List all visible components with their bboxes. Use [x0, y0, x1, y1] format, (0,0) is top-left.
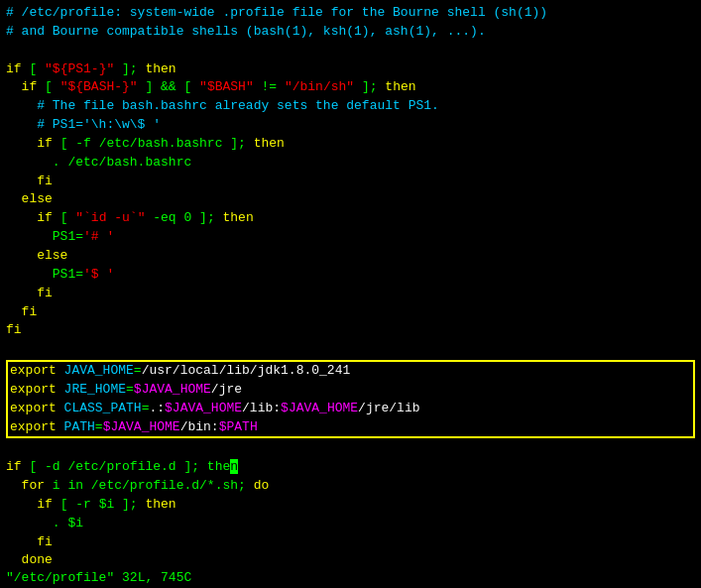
line-2: # and Bourne compatible shells (bash(1),…	[6, 23, 695, 42]
line-17: fi	[6, 303, 695, 322]
line-16: fi	[6, 285, 695, 303]
bottom-dot: . $i	[6, 515, 695, 533]
status-linecount: 32L,	[122, 570, 153, 585]
line-19	[6, 340, 695, 359]
bottom-if: if [ -d /etc/profile.d ]; then	[6, 458, 695, 477]
line-10: fi	[6, 173, 695, 191]
bottom-done: done	[6, 551, 695, 570]
line-11: else	[6, 190, 695, 209]
line-12: if [ "`id -u`" -eq 0 ]; then	[6, 209, 695, 228]
line-13: PS1='# '	[6, 228, 695, 247]
line-7: # PS1='\h:\w\$ '	[6, 116, 695, 135]
status-charcount: 745C	[161, 570, 191, 585]
status-bar: "/etc/profile" 32L, 745C	[0, 569, 701, 588]
export-line-1: export JAVA_HOME=/usr/local/lib/jdk1.8.0…	[10, 362, 691, 381]
line-8: if [ -f /etc/bash.bashrc ]; then	[6, 135, 695, 154]
export-line-2: export JRE_HOME=$JAVA_HOME/jre	[10, 381, 691, 400]
bottom-fi: fi	[6, 533, 695, 552]
bottom-blank	[6, 439, 695, 458]
line-15: PS1='$ '	[6, 266, 695, 285]
line-14: else	[6, 247, 695, 266]
line-9: . /etc/bash.bashrc	[6, 154, 695, 173]
export-line-4: export PATH=$JAVA_HOME/bin:$PATH	[10, 418, 691, 437]
line-5: if [ "${BASH-}" ] && [ "$BASH" != "/bin/…	[6, 78, 695, 97]
line-1: # /etc/profile: system-wide .profile fil…	[6, 4, 695, 23]
line-6: # The file bash.bashrc already sets the …	[6, 97, 695, 116]
editor: # /etc/profile: system-wide .profile fil…	[0, 0, 701, 588]
line-3	[6, 42, 695, 60]
line-18: fi	[6, 321, 695, 340]
bottom-for: for i in /etc/profile.d/*.sh; do	[6, 477, 695, 496]
export-line-3: export CLASS_PATH=.:$JAVA_HOME/lib:$JAVA…	[10, 400, 691, 418]
export-block: export JAVA_HOME=/usr/local/lib/jdk1.8.0…	[6, 360, 695, 438]
status-filename: "/etc/profile"	[6, 570, 114, 585]
line-4: if [ "${PS1-}" ]; then	[6, 60, 695, 79]
bottom-if2: if [ -r $i ]; then	[6, 496, 695, 515]
cursor: n	[230, 459, 238, 474]
